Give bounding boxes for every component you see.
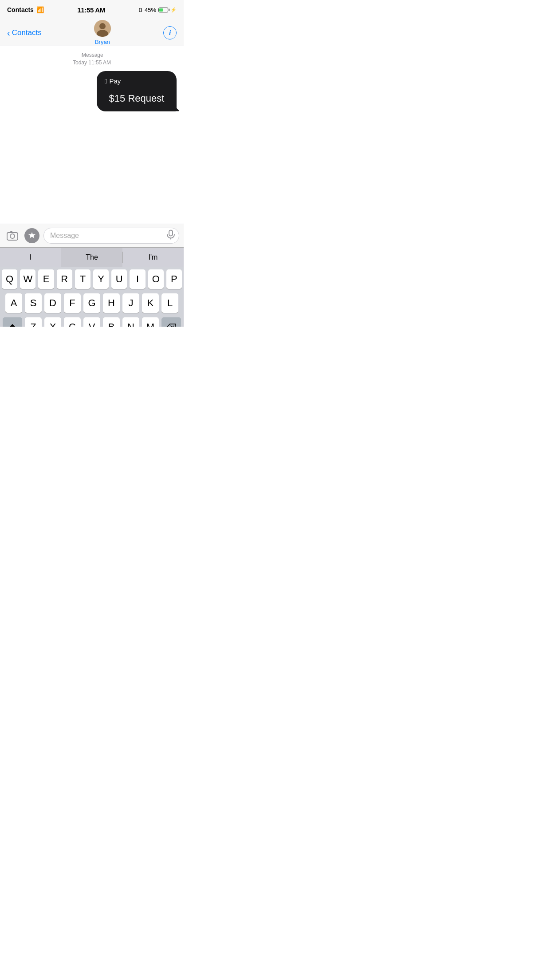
chat-area: iMessage Today 11:55 AM  Pay $15 Reques… [0,46,184,224]
contact-name: Bryan [95,39,110,45]
autocomplete-item-the[interactable]: The [61,248,122,267]
key-y[interactable]: Y [93,269,109,289]
status-left: Contacts 📶 [7,6,44,13]
status-bar: Contacts 📶 11:55 AM B 45% ⚡ [0,0,184,20]
key-f[interactable]: F [64,293,81,313]
autocomplete-item-im[interactable]: I'm [122,248,184,267]
back-label: Contacts [12,28,42,37]
battery-pct: 45% [145,7,156,13]
key-g[interactable]: G [83,293,100,313]
svg-point-1 [99,23,106,29]
key-t[interactable]: T [75,269,91,289]
key-a[interactable]: A [5,293,22,313]
status-time: 11:55 AM [77,6,105,14]
delete-key[interactable] [161,317,181,327]
keyboard-row-3: Z X C V B N M [2,317,182,327]
input-bar [0,224,184,247]
apps-store-icon [24,228,39,243]
autocomplete-label: The [86,253,98,261]
apps-button[interactable] [24,228,40,244]
keyboard-row-2: A S D F G H J K L [2,293,182,313]
message-bubble:  Pay $15 Request [97,71,177,111]
nav-center[interactable]: Bryan [94,20,111,45]
key-o[interactable]: O [148,269,164,289]
key-r[interactable]: R [57,269,72,289]
status-right: B 45% ⚡ [138,7,177,13]
key-h[interactable]: H [103,293,120,313]
key-e[interactable]: E [38,269,54,289]
payment-amount: $15 Request [105,93,169,104]
autocomplete-label: I'm [149,253,158,261]
apple-logo-icon:  [105,77,107,85]
key-v[interactable]: V [83,317,100,327]
autocomplete-bar: I The I'm [0,247,184,267]
key-c[interactable]: C [64,317,81,327]
info-button[interactable]: i [163,26,177,40]
apple-pay-header:  Pay [105,77,169,85]
key-q[interactable]: Q [2,269,17,289]
avatar [94,20,111,37]
key-i[interactable]: I [130,269,145,289]
message-type: iMessage [7,51,177,59]
key-m[interactable]: M [142,317,159,327]
shift-key[interactable] [3,317,22,327]
battery-icon [158,8,168,12]
message-time: Today 11:55 AM [73,59,111,66]
svg-rect-5 [10,231,12,233]
key-j[interactable]: J [122,293,139,313]
bluetooth-icon: B [138,7,142,13]
key-b[interactable]: B [103,317,120,327]
key-k[interactable]: K [142,293,159,313]
chevron-left-icon: ‹ [7,28,10,37]
apple-pay-label: Pay [109,77,121,85]
key-z[interactable]: Z [25,317,42,327]
camera-button[interactable] [4,228,20,244]
carrier-label: Contacts [7,6,34,13]
key-w[interactable]: W [20,269,35,289]
key-d[interactable]: D [44,293,61,313]
key-l[interactable]: L [161,293,178,313]
wifi-icon: 📶 [36,6,44,13]
key-u[interactable]: U [111,269,127,289]
keyboard: Q W E R T Y U I O P A S D F G H J K L Z … [0,267,184,327]
camera-icon [5,228,20,243]
info-icon: i [169,29,171,36]
key-n[interactable]: N [122,317,139,327]
key-s[interactable]: S [25,293,42,313]
charging-icon: ⚡ [170,7,177,13]
message-input-wrap [43,228,179,244]
key-x[interactable]: X [44,317,61,327]
key-p[interactable]: P [166,269,182,289]
autocomplete-label: I [30,253,31,261]
message-input[interactable] [43,228,179,244]
message-row:  Pay $15 Request [7,71,177,111]
back-button[interactable]: ‹ Contacts [7,28,42,37]
svg-point-4 [10,234,15,238]
autocomplete-item-i[interactable]: I [0,248,61,267]
nav-bar: ‹ Contacts Bryan i [0,20,184,46]
message-timestamp: iMessage Today 11:55 AM [7,51,177,67]
keyboard-row-1: Q W E R T Y U I O P [2,269,182,289]
